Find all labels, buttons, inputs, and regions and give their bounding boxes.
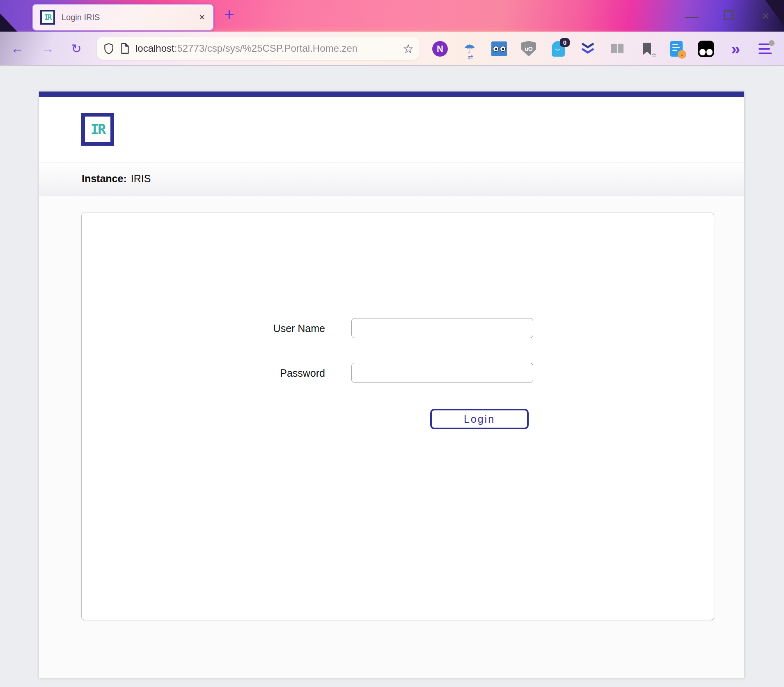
maximize-icon <box>724 10 734 20</box>
iris-logo: IR <box>81 113 114 146</box>
extension-toolbar: N ☂⇄ uO 0 ☆ ↓ <box>432 32 773 66</box>
instance-value: IRIS <box>131 173 151 185</box>
extension-double-chevron-icon[interactable] <box>580 40 596 58</box>
download-arrow-icon: ↓ <box>678 50 686 59</box>
url-host: localhost <box>135 43 174 54</box>
reload-button[interactable]: ↻ <box>66 32 86 66</box>
tab-close-icon[interactable]: × <box>198 11 206 23</box>
minimize-icon <box>685 17 699 18</box>
login-page-card: IR Instance: IRIS User Name Password Log… <box>39 92 744 678</box>
page-accent-bar <box>39 92 744 97</box>
toolbar-overflow-chevron-icon[interactable]: » <box>727 40 744 58</box>
window-controls: × <box>673 0 784 32</box>
extension-book-icon[interactable] <box>609 40 626 58</box>
browser-titlebar: IR Login IRIS × + × <box>0 0 784 32</box>
page-info-icon[interactable] <box>120 43 130 54</box>
username-input[interactable] <box>351 318 533 338</box>
instance-label: Instance: <box>82 173 127 185</box>
extension-bookmark-manager-icon[interactable]: ☆ <box>639 40 655 58</box>
ghostery-badge: 0 <box>560 38 570 47</box>
forward-button[interactable]: → <box>38 32 57 66</box>
extension-save-document-icon[interactable]: ↓ <box>668 40 685 58</box>
theme-corner-decoration <box>0 14 17 32</box>
window-close-button[interactable]: × <box>747 9 784 22</box>
page-header: IR <box>39 97 744 162</box>
url-path: :52773/csp/sys/%25CSP.Portal.Home.zen <box>174 43 358 54</box>
login-button[interactable]: Login <box>430 409 529 429</box>
bookmark-star-icon[interactable]: ☆ <box>403 41 414 56</box>
address-input[interactable]: localhost:52773/csp/sys/%25CSP.Portal.Ho… <box>135 43 397 54</box>
back-button[interactable]: ← <box>7 32 27 66</box>
extension-googly-eyes-icon[interactable] <box>491 40 507 58</box>
window-maximize-button[interactable] <box>710 10 747 22</box>
password-input[interactable] <box>351 363 533 383</box>
extension-ublock-origin-icon[interactable]: uO <box>520 40 537 58</box>
extension-n-icon[interactable]: N <box>432 40 448 58</box>
login-form-panel: User Name Password Login <box>81 213 714 620</box>
instance-bar: Instance: IRIS <box>39 162 744 196</box>
extension-ghostery-icon[interactable]: 0 <box>550 40 566 58</box>
extension-dark-owl-icon[interactable] <box>698 40 714 58</box>
username-label: User Name <box>227 323 325 334</box>
extension-proxy-umbrella-icon[interactable]: ☂⇄ <box>461 40 478 58</box>
password-label: Password <box>227 367 325 379</box>
page-viewport: IR Instance: IRIS User Name Password Log… <box>0 66 784 687</box>
browser-tab[interactable]: IR Login IRIS × <box>32 4 214 31</box>
url-bar[interactable]: localhost:52773/csp/sys/%25CSP.Portal.Ho… <box>97 37 420 60</box>
app-menu-hamburger-icon[interactable] <box>757 40 773 58</box>
login-body: User Name Password Login <box>39 196 744 678</box>
new-tab-button[interactable]: + <box>224 5 234 25</box>
tracking-protection-shield-icon[interactable] <box>103 43 114 54</box>
window-minimize-button[interactable] <box>673 12 710 20</box>
browser-navbar: ← → ↻ localhost:52773/csp/sys/%25CSP.Por… <box>0 32 784 66</box>
tab-title: Login IRIS <box>62 13 198 22</box>
menu-notification-dot <box>769 40 775 46</box>
tab-favicon-icon: IR <box>40 10 55 25</box>
close-icon: × <box>761 8 770 23</box>
